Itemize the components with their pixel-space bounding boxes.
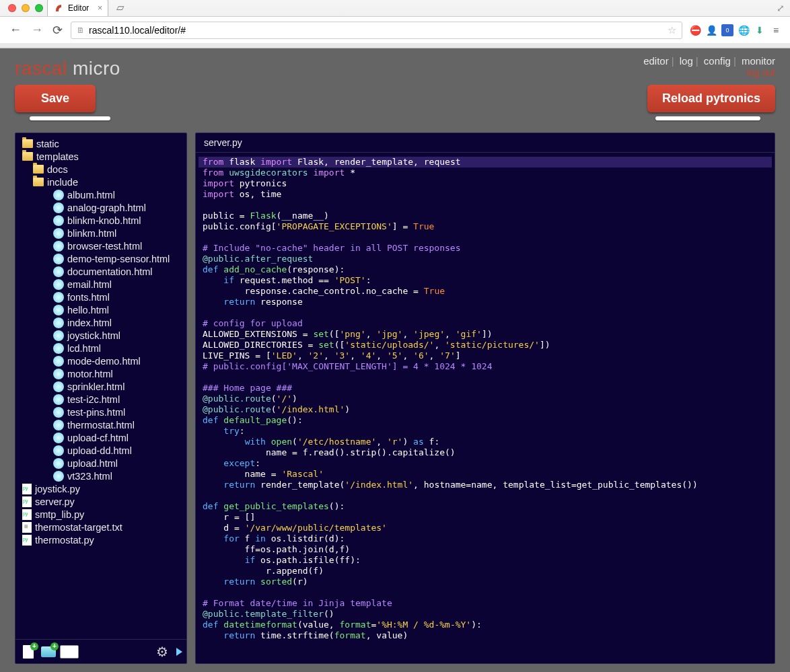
code-line: public = Flask(__name__) <box>199 211 772 221</box>
tree-item-documentation-html[interactable]: documentation.html <box>18 265 184 278</box>
tree-item-demo-temp-sensor-html[interactable]: demo-temp-sensor.html <box>18 252 184 265</box>
tree-item-browser-test-html[interactable]: browser-test.html <box>18 239 184 252</box>
code-line <box>199 200 772 211</box>
browser-chrome: ⤢ Editor × ▱ ← → ⟳ 🗎 rascal110.local/edi… <box>0 0 790 48</box>
footer-input[interactable] <box>60 645 79 659</box>
code-line: ALLOWED_DIRECTORIES = set(['static/uploa… <box>199 340 772 350</box>
nav-logout[interactable]: log out <box>747 67 775 78</box>
code-line <box>199 232 772 243</box>
code-area[interactable]: from flask import Flask, render_template… <box>196 153 775 663</box>
folder-icon <box>33 165 44 174</box>
tree-item-vt323-html[interactable]: vt323.html <box>18 470 184 482</box>
tree-item-include[interactable]: include <box>18 176 184 188</box>
globe-icon[interactable]: 🌐 <box>738 24 750 36</box>
tree-item-index-html[interactable]: index.html <box>18 316 184 329</box>
tree-item-upload-html[interactable]: upload.html <box>18 457 184 470</box>
save-underbar <box>30 116 110 120</box>
address-bar[interactable]: 🗎 rascal110.local/editor/# ☆ <box>71 22 682 39</box>
browser-tab[interactable]: Editor × <box>47 0 108 16</box>
back-button[interactable]: ← <box>8 23 23 37</box>
tree-item-upload-cf-html[interactable]: upload-cf.html <box>18 431 184 444</box>
nav-monitor[interactable]: monitor <box>742 55 775 67</box>
tree-item-hello-html[interactable]: hello.html <box>18 303 184 316</box>
tree-item-label: sprinkler.html <box>67 381 124 392</box>
code-line: # public.config['MAX_CONTENT_LENGTH'] = … <box>199 361 772 372</box>
html-icon <box>53 241 64 252</box>
tree-item-lcd-html[interactable]: lcd.html <box>18 342 184 354</box>
tree-item-blinkm-knob-html[interactable]: blinkm-knob.html <box>18 214 184 227</box>
code-line: def default_page(): <box>199 415 772 426</box>
new-folder-button[interactable]: + <box>40 644 57 660</box>
play-icon[interactable] <box>176 648 182 656</box>
html-icon <box>53 215 64 226</box>
tree-item-label: demo-temp-sensor.html <box>67 254 170 264</box>
tree-item-thermostat-html[interactable]: thermostat.html <box>18 418 184 431</box>
tree-item-static[interactable]: static <box>18 137 184 150</box>
tree-item-templates[interactable]: templates <box>18 150 184 163</box>
tree-item-mode-demo-html[interactable]: mode-demo.html <box>18 354 184 367</box>
extension-icon-2[interactable]: 👤 <box>705 24 717 36</box>
code-line: # config for upload <box>199 318 772 329</box>
tree-item-label: email.html <box>67 279 112 290</box>
tree-item-email-html[interactable]: email.html <box>18 278 184 291</box>
tree-item-thermostat-target-txt[interactable]: thermostat-target.txt <box>18 521 184 533</box>
code-line: ALLOWED_EXTENSIONS = set(['png', 'jpg', … <box>199 329 772 340</box>
tree-item-joystick-html[interactable]: joystick.html <box>18 329 184 342</box>
code-line: name = f.read().strip().capitalize() <box>199 447 772 458</box>
tree-item-analog-graph-html[interactable]: analog-graph.html <box>18 201 184 214</box>
html-icon <box>53 356 64 367</box>
extension-icon-4[interactable]: ⬇ <box>754 24 766 36</box>
reload-pytronics-button[interactable]: Reload pytronics <box>647 85 775 112</box>
code-line: return render_template('/index.html', ho… <box>199 480 772 490</box>
html-icon <box>53 407 64 418</box>
nav-log[interactable]: log <box>680 55 693 67</box>
tree-item-thermostat-py[interactable]: thermostat.py <box>18 533 184 546</box>
code-line: @public.route('/index.html') <box>199 404 772 415</box>
bookmark-star-icon[interactable]: ☆ <box>668 24 676 36</box>
extension-badge-icon[interactable]: 0 <box>721 24 733 36</box>
code-line <box>199 641 772 652</box>
tree-item-label: hello.html <box>67 305 109 315</box>
tree-item-joystick-py[interactable]: joystick.py <box>18 482 184 495</box>
tree-item-label: vt323.html <box>67 471 112 482</box>
new-tab-button[interactable]: ▱ <box>112 0 129 15</box>
code-line: name = 'Rascal' <box>199 469 772 480</box>
brand-part1: rascal <box>15 58 67 79</box>
tree-item-sprinkler-html[interactable]: sprinkler.html <box>18 380 184 393</box>
file-tree[interactable]: statictemplatesdocsincludealbum.htmlanal… <box>15 133 186 639</box>
code-line: d = '/var/www/public/templates' <box>199 523 772 533</box>
html-icon <box>53 471 64 482</box>
tree-item-test-pins-html[interactable]: test-pins.html <box>18 406 184 418</box>
tree-item-docs[interactable]: docs <box>18 163 184 176</box>
tree-item-fonts-html[interactable]: fonts.html <box>18 291 184 303</box>
tree-item-blinkm-html[interactable]: blinkm.html <box>18 227 184 239</box>
nav-config[interactable]: config <box>704 55 731 67</box>
editor-filename[interactable]: server.py <box>196 133 775 153</box>
tree-item-test-i2c-html[interactable]: test-i2c.html <box>18 393 184 406</box>
tree-item-label: documentation.html <box>67 266 153 277</box>
tree-item-label: album.html <box>67 190 115 200</box>
close-tab-icon[interactable]: × <box>98 3 103 13</box>
nav-editor[interactable]: editor <box>643 55 669 67</box>
adblock-icon[interactable]: ⛔ <box>689 24 701 36</box>
menu-icon[interactable]: ≡ <box>770 24 782 36</box>
url-text: rascal110.local/editor/# <box>89 25 186 36</box>
save-button[interactable]: Save <box>15 85 96 112</box>
code-line: import pytronics <box>199 178 772 189</box>
extension-icons: ⛔ 👤 0 🌐 ⬇ ≡ <box>689 24 782 36</box>
tree-item-upload-dd-html[interactable]: upload-dd.html <box>18 444 184 457</box>
tree-item-server-py[interactable]: server.py <box>18 495 184 508</box>
html-icon <box>53 394 64 405</box>
reload-button[interactable]: ⟳ <box>51 23 64 38</box>
code-line <box>199 490 772 501</box>
gear-icon[interactable]: ⚙ <box>156 644 168 660</box>
tree-item-motor-html[interactable]: motor.html <box>18 367 184 380</box>
tree-item-label: index.html <box>67 318 112 328</box>
tree-item-album-html[interactable]: album.html <box>18 188 184 201</box>
new-file-button[interactable]: + <box>20 644 37 660</box>
tree-item-smtp_lib-py[interactable]: smtp_lib.py <box>18 508 184 521</box>
code-line: # Include "no-cache" header in all POST … <box>199 243 772 254</box>
html-icon <box>53 305 64 315</box>
code-line <box>199 307 772 318</box>
forward-button[interactable]: → <box>30 23 44 37</box>
